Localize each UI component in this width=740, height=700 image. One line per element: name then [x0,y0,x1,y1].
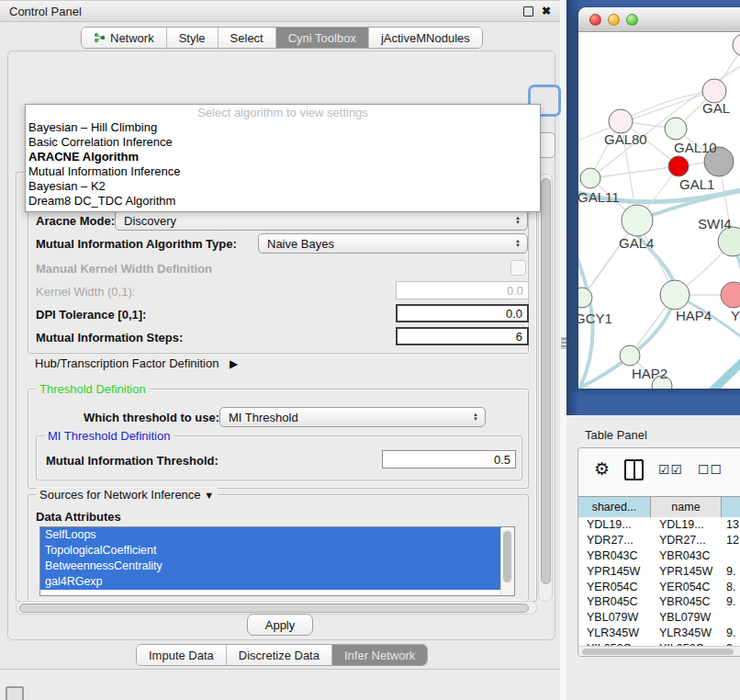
panel-title: Control Panel [9,5,82,18]
network-node-hap2[interactable] [620,345,640,366]
table-cell: YBR045C [578,595,651,608]
mi-algorithm-type-select[interactable]: Naive Bayes ▲▼ [258,233,528,254]
settings-hscroll-thumb[interactable] [19,604,529,613]
tab-jactivemnodules[interactable]: jActiveMNodules [369,28,482,48]
table-cell: 9. [722,565,740,578]
table-row[interactable]: YBL079WYBL079W [578,610,740,626]
network-node-gal1-selected[interactable] [668,156,689,176]
algorithm-option[interactable]: Basic Correlation Inference [26,135,540,150]
control-panel-window: Control Panel ✖ Network Style Select Cyn… [0,0,561,670]
node-label: GAL10 [674,140,717,155]
dock-panel-icon[interactable] [6,686,24,700]
table-cell: YPR145W [651,565,722,578]
dpi-tolerance-field[interactable]: 0.0 [396,304,529,322]
gear-icon[interactable]: ⚙ [594,460,610,479]
sources-group: Sources for Network Inference ▼ Data Att… [28,494,529,601]
column-header-clipped[interactable] [722,497,740,517]
select-all-checkboxes-icon[interactable]: ☑☑ [658,462,683,477]
hub-definition-expander[interactable]: Hub/Transcription Factor Definition ▶ [35,356,238,370]
table-row[interactable]: YDL19...YDL19...13 [578,517,740,533]
node-label: GAL80 [604,131,647,147]
node-label: GAL11 [578,189,620,205]
aracne-mode-value: Discovery [124,214,176,228]
columns-icon[interactable] [624,459,644,480]
algorithm-option[interactable]: Mutual Information Inference [26,164,540,179]
network-graph: GAL GAL80 GAL10 GAL1 GAL11 GAL4 SWI4 GCY… [578,32,740,389]
apply-button[interactable]: Apply [247,614,313,636]
table-row[interactable]: YER054CYER054C8. [578,579,740,594]
node-label: HAP2 [632,366,667,381]
node-label: GCY1 [578,310,612,326]
close-traffic-light-icon[interactable] [589,14,601,26]
network-node-gal4[interactable] [622,205,653,236]
kernel-width-field[interactable]: 0.0 [396,281,529,299]
attribute-list-item[interactable]: TopologicalCoefficient [40,543,501,559]
bottom-tabbar: Impute Data Discretize Data Infer Networ… [136,644,428,666]
mi-threshold-field[interactable]: 0.5 [382,450,516,469]
attribute-list-item[interactable]: SelfLoops [40,527,501,543]
tab-infer-network[interactable]: Infer Network [332,645,427,665]
table-cell: YBR045C [651,595,722,608]
network-node-gal80[interactable] [609,109,633,133]
attribute-list-item[interactable]: BetweennessCentrality [40,559,501,574]
table-cell: YDR27... [651,534,722,547]
tab-impute-data[interactable]: Impute Data [137,645,227,665]
network-node-clipped[interactable] [733,34,740,56]
aracne-mode-select[interactable]: Discovery ▲▼ [115,210,528,231]
algorithm-option[interactable]: Bayesian – K2 [26,179,540,194]
table-row[interactable]: YPR145WYPR145W9. [578,563,740,579]
sources-group-title[interactable]: Sources for Network Inference ▼ [36,488,218,502]
tab-cyni-toolbox[interactable]: Cyni Toolbox [276,28,369,48]
panel-divider[interactable] [560,0,566,700]
tab-label: Cyni Toolbox [288,31,356,45]
minimize-traffic-light-icon[interactable] [608,14,620,26]
hub-definition-label: Hub/Transcription Factor Definition [35,356,219,370]
column-header-shared-name[interactable]: shared... [578,497,651,517]
tab-label: Infer Network [344,649,415,662]
tab-discretize-data[interactable]: Discretize Data [227,645,332,665]
network-canvas[interactable]: GAL GAL80 GAL10 GAL1 GAL11 GAL4 SWI4 GCY… [578,32,740,389]
algorithm-option[interactable]: Bayesian – Hill Climbing [26,120,540,135]
list-scrollbar[interactable] [500,528,513,594]
list-scrollbar-thumb[interactable] [503,531,511,582]
column-header-name[interactable]: name [651,497,722,517]
table-row[interactable]: YBR043CYBR043C [578,548,740,564]
tab-style[interactable]: Style [167,28,219,48]
control-panel-titlebar: Control Panel ✖ [0,1,560,22]
kernel-width-label: Kernel Width (0,1): [36,285,135,299]
settings-vscroll-thumb[interactable] [541,178,551,584]
control-panel-tabbar: Network Style Select Cyni Toolbox jActiv… [81,27,483,49]
manual-kernel-checkbox[interactable] [510,260,526,276]
mi-steps-value: 6 [516,330,522,344]
network-icon [94,32,106,43]
algorithm-placeholder: Select algorithm to view settings [26,105,540,120]
algorithm-option[interactable]: Dream8 DC_TDC Algorithm [26,194,540,209]
network-node-y[interactable] [721,282,740,308]
network-node-gal11[interactable] [580,168,600,188]
table-cell: YDL19... [578,518,651,531]
zoom-traffic-light-icon[interactable] [626,14,638,26]
table-cell: YBR043C [578,549,651,562]
settings-vertical-scrollbar[interactable] [538,174,553,602]
close-icon[interactable]: ✖ [542,6,551,16]
mi-steps-field[interactable]: 6 [396,327,529,345]
table-row[interactable]: YLR345WYLR345W9. [578,626,740,641]
table-row[interactable]: YDR27...YDR27...12 [578,533,740,548]
tab-network[interactable]: Network [82,28,167,48]
table-horizontal-scrollbar[interactable] [578,646,740,657]
tab-label: Select [230,31,263,45]
data-attributes-list[interactable]: SelfLoopsTopologicalCoefficientBetweenne… [39,526,515,596]
mi-type-label: Mutual Information Algorithm Type: [36,237,237,251]
table-hscroll-thumb[interactable] [582,649,734,655]
tab-select[interactable]: Select [219,28,276,48]
attribute-list-item[interactable]: gal4RGexp [40,574,501,590]
table-row[interactable]: YBR045CYBR045C9. [578,594,740,610]
settings-horizontal-scrollbar[interactable] [16,601,537,615]
network-node-hap4[interactable] [660,280,690,310]
float-window-icon[interactable] [523,6,533,17]
mi-steps-label: Mutual Information Steps: [36,331,183,344]
which-threshold-select[interactable]: MI Threshold ▲▼ [219,407,486,427]
network-node-gal10[interactable] [665,118,687,140]
deselect-all-checkboxes-icon[interactable]: ☐☐ [698,462,723,477]
algorithm-option[interactable]: ARACNE Algorithm [26,150,540,164]
